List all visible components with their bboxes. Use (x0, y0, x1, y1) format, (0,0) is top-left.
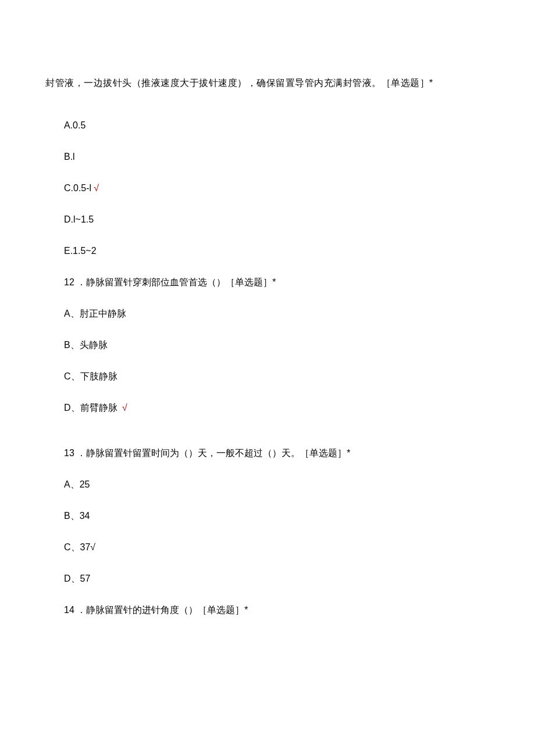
q13-option-d: D、57 (45, 572, 490, 586)
q11-option-c-text: C.0.5-l (64, 183, 91, 193)
document-page: 封管液，一边拔针头（推液速度大于拔针速度），确保留置导管内充满封管液。［单选题］… (0, 0, 535, 617)
q11-option-a: A.0.5 (45, 119, 490, 132)
question-intro-fragment: 封管液，一边拔针头（推液速度大于拔针速度），确保留置导管内充满封管液。［单选题］… (45, 76, 490, 91)
check-mark-icon: √ (120, 403, 127, 413)
q13-option-c: C、37√ (45, 540, 490, 554)
q12-option-d: D、前臂静脉 √ (45, 401, 490, 415)
q11-option-c: C.0.5-l√ (45, 181, 490, 195)
q11-option-b: B.l (45, 150, 490, 164)
q12-option-a: A、肘正中静脉 (45, 307, 490, 321)
q13-stem: 13 ．静脉留置针留置时间为（）天，一般不超过（）天。［单选题］* (45, 446, 490, 460)
q12-stem: 12 ．静脉留置针穿刺部位血管首选（）［单选题］* (45, 275, 490, 289)
q14-stem: 14 ．静脉留置针的进针角度（）［单选题］* (45, 603, 490, 617)
q12-option-d-text: D、前臂静脉 (64, 403, 117, 413)
check-mark-icon: √ (94, 183, 99, 193)
q11-option-d: D.l~1.5 (45, 213, 490, 227)
q13-option-a: A、25 (45, 478, 490, 492)
q12-option-b: B、头静脉 (45, 338, 490, 352)
q12-option-c: C、下肢静脉 (45, 370, 490, 384)
q13-option-b: B、34 (45, 509, 490, 523)
spacer (45, 432, 490, 446)
q11-option-e: E.1.5~2 (45, 244, 490, 258)
